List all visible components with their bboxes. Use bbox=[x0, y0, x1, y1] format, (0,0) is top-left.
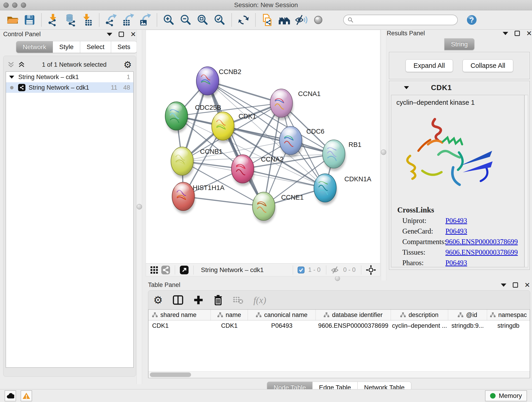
panel-float-icon[interactable] bbox=[119, 32, 124, 37]
table-row[interactable]: CDK1CDK1P064939606.ENSP00000378699cyclin… bbox=[148, 320, 530, 331]
network-row[interactable]: String Network – cdk1 11 48 bbox=[6, 82, 133, 93]
table-panel: Table Panel ✕ ⚙ bbox=[148, 281, 530, 388]
cloud-status-button[interactable] bbox=[5, 390, 16, 401]
expand-all-icon[interactable] bbox=[18, 61, 25, 68]
section-collapse-caret-icon[interactable] bbox=[404, 86, 409, 89]
panel-close-icon[interactable]: ✕ bbox=[130, 31, 136, 38]
crosslink-link[interactable]: P06493 bbox=[445, 259, 467, 267]
column-header-database-identifier[interactable]: database identifier bbox=[316, 310, 391, 320]
hidden-eye-icon[interactable] bbox=[331, 266, 340, 274]
left-splitter[interactable] bbox=[137, 30, 142, 384]
import-table-button[interactable] bbox=[79, 12, 96, 28]
column-header-description[interactable]: description bbox=[391, 310, 448, 320]
column-header-shared-name[interactable]: shared name bbox=[148, 310, 211, 320]
panel-float-icon[interactable] bbox=[515, 31, 520, 36]
table-cell[interactable]: stringdb:9... bbox=[448, 320, 487, 331]
control-panel-tab-network[interactable]: Network bbox=[16, 41, 53, 53]
table-cell[interactable]: cyclin–dependent ... bbox=[391, 320, 448, 331]
add-column-icon[interactable] bbox=[193, 295, 203, 305]
export-image-button[interactable] bbox=[137, 12, 153, 28]
expand-all-button[interactable]: Expand All bbox=[405, 59, 453, 72]
crosslink-link[interactable]: 9606.ENSP00000378699 bbox=[445, 238, 518, 246]
panel-menu-icon[interactable] bbox=[503, 32, 508, 35]
control-panel-tab-select[interactable]: Select bbox=[80, 41, 111, 53]
network-node-CCNA1[interactable]: CCNA1 bbox=[270, 89, 321, 120]
table-cell[interactable]: CDK1 bbox=[148, 320, 211, 331]
first-neighbors-button[interactable] bbox=[276, 12, 293, 28]
table-cell[interactable]: P06493 bbox=[248, 320, 316, 331]
network-canvas[interactable]: CCNB2CCNA1CDC25BCDK1CDC6RB1CCNB1CCNA2CDK… bbox=[146, 30, 380, 263]
crosslink-link[interactable]: 9606.ENSP00000378699 bbox=[445, 248, 518, 256]
delete-table-icon[interactable] bbox=[233, 296, 243, 304]
table-cell[interactable]: stringdb bbox=[487, 320, 530, 331]
collection-expand-caret-icon[interactable] bbox=[9, 76, 14, 79]
network-node-CCNE1[interactable]: CCNE1 bbox=[253, 192, 304, 223]
network-badge-icon[interactable] bbox=[161, 265, 170, 274]
network-node-RB1[interactable]: RB1 bbox=[323, 140, 361, 171]
right-splitter[interactable] bbox=[381, 30, 386, 281]
memory-button[interactable]: Memory bbox=[485, 390, 527, 401]
table-cell[interactable]: CDK1 bbox=[211, 320, 248, 331]
network-tab-content: 1 of 1 Network selected ⚙ String Network… bbox=[3, 56, 136, 376]
left-splitter-handle[interactable] bbox=[137, 204, 142, 210]
results-tab-string[interactable]: String bbox=[444, 38, 474, 50]
panel-menu-icon[interactable] bbox=[501, 283, 506, 287]
open-session-button[interactable] bbox=[4, 12, 21, 28]
export-network-button[interactable] bbox=[103, 12, 120, 28]
network-collection-row[interactable]: String Network – cdk1 1 bbox=[6, 72, 133, 82]
detach-view-icon[interactable] bbox=[180, 265, 189, 274]
column-header--id[interactable]: @id bbox=[448, 310, 487, 320]
zoom-fit-button[interactable] bbox=[194, 12, 211, 28]
show-columns-icon[interactable] bbox=[173, 295, 183, 305]
control-panel-tab-style[interactable]: Style bbox=[53, 41, 80, 53]
table-horizontal-scrollbar[interactable] bbox=[148, 371, 530, 378]
results-scrollbar[interactable] bbox=[525, 95, 528, 267]
import-network-database-button[interactable] bbox=[62, 12, 79, 28]
zoom-out-button[interactable] bbox=[177, 12, 194, 28]
new-network-from-selection-button[interactable] bbox=[259, 12, 276, 28]
panel-close-icon[interactable]: ✕ bbox=[525, 282, 530, 288]
network-node-CCNA2[interactable]: CCNA2 bbox=[231, 155, 283, 186]
collapse-all-icon[interactable] bbox=[7, 61, 14, 68]
help-button[interactable]: ? bbox=[463, 12, 480, 28]
save-session-button[interactable] bbox=[21, 12, 38, 28]
control-panel-tabs: NetworkStyleSelectSets bbox=[16, 41, 136, 53]
show-all-button[interactable] bbox=[310, 12, 327, 28]
column-header-canonical-name[interactable]: canonical name bbox=[248, 310, 316, 320]
table-cell[interactable]: 9606.ENSP00000378699 bbox=[316, 320, 391, 331]
search-field[interactable] bbox=[343, 15, 458, 25]
import-network-file-button[interactable] bbox=[45, 12, 62, 28]
function-builder-icon[interactable]: f(x) bbox=[253, 295, 266, 306]
crosshair-icon[interactable] bbox=[366, 265, 376, 275]
collapse-all-button[interactable]: Collapse All bbox=[462, 59, 513, 72]
warnings-button[interactable] bbox=[21, 390, 32, 401]
network-node-CDC6[interactable]: CDC6 bbox=[279, 126, 324, 157]
table-options-gear-icon[interactable]: ⚙ bbox=[153, 295, 163, 305]
hide-selection-button[interactable] bbox=[293, 12, 310, 28]
apply-layout-button[interactable] bbox=[235, 12, 252, 28]
network-options-gear-icon[interactable]: ⚙ bbox=[123, 60, 132, 69]
scrollbar-thumb[interactable] bbox=[150, 372, 191, 377]
search-input[interactable] bbox=[356, 16, 454, 24]
delete-column-icon[interactable] bbox=[214, 295, 223, 305]
gene-section-header[interactable]: CDK1 bbox=[389, 81, 530, 94]
crosslink-link[interactable]: P06493 bbox=[445, 227, 467, 235]
control-panel-tab-sets[interactable]: Sets bbox=[111, 41, 137, 53]
export-table-button[interactable] bbox=[120, 12, 137, 28]
zoom-in-button[interactable] bbox=[160, 12, 177, 28]
gene-section: CDK1 cyclin–dependent kinase 1 bbox=[389, 81, 530, 270]
horizontal-splitter-handle[interactable] bbox=[335, 276, 340, 281]
column-header-namespac[interactable]: namespac bbox=[487, 310, 530, 320]
network-node-CDK1[interactable]: CDK1 bbox=[212, 112, 256, 143]
panel-float-icon[interactable] bbox=[513, 282, 518, 288]
network-node-CDKN1A[interactable]: CDKN1A bbox=[314, 174, 371, 205]
column-header-name[interactable]: name bbox=[211, 310, 248, 320]
birds-eye-grid-icon[interactable] bbox=[150, 266, 158, 274]
zoom-selected-button[interactable] bbox=[211, 12, 228, 28]
right-splitter-handle[interactable] bbox=[381, 149, 386, 155]
network-node-CCNB2[interactable]: CCNB2 bbox=[196, 67, 241, 98]
panel-menu-icon[interactable] bbox=[107, 33, 112, 36]
panel-close-icon[interactable]: ✕ bbox=[526, 30, 532, 37]
selected-checkbox-icon[interactable] bbox=[298, 267, 304, 274]
crosslink-link[interactable]: P06493 bbox=[445, 217, 467, 225]
